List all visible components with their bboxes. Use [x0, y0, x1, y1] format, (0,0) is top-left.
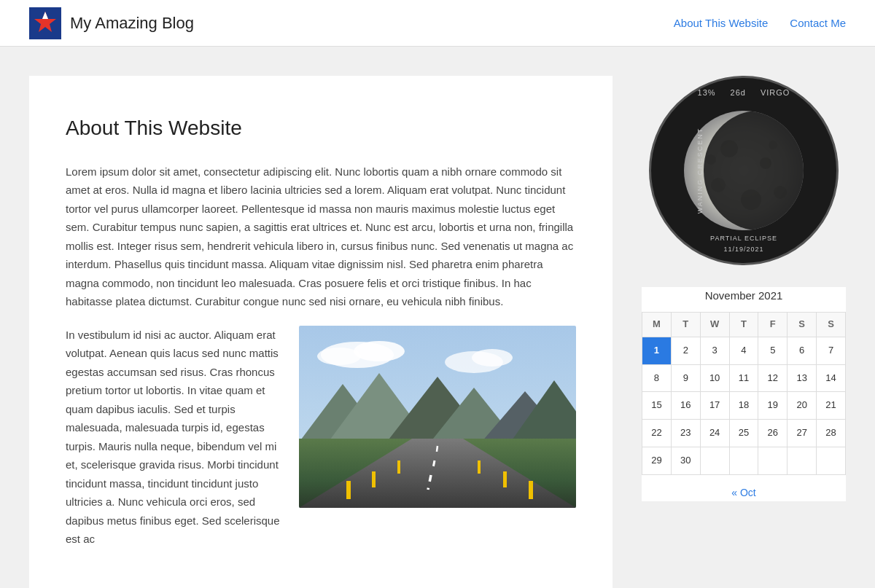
calendar-header-row: M T W T F S S [642, 313, 846, 337]
calendar-day[interactable]: 9 [671, 364, 700, 392]
calendar-day[interactable]: 24 [700, 420, 729, 447]
calendar-week-row: 15161718192021 [642, 392, 846, 420]
road-photo [299, 326, 576, 508]
calendar-day[interactable]: 17 [700, 392, 729, 420]
calendar-day [788, 447, 817, 474]
cal-header-m: M [642, 313, 672, 337]
calendar-day[interactable]: 19 [758, 392, 788, 420]
calendar-day[interactable]: 30 [671, 447, 700, 474]
cal-header-s2: S [817, 313, 846, 337]
calendar-title: November 2021 [642, 287, 846, 305]
calendar-week-row: 2930 [642, 447, 846, 474]
calendar-day[interactable]: 27 [788, 420, 817, 447]
calendar-day[interactable]: 2 [671, 337, 700, 364]
moon-widget: 13% 26d VIRGO WANING CRESCENT [649, 76, 839, 265]
calendar-day[interactable]: 6 [788, 337, 817, 364]
nav-about-link[interactable]: About This Website [674, 15, 769, 32]
calendar-day [758, 447, 788, 474]
prev-month-link[interactable]: « Oct [731, 487, 755, 498]
calendar-day[interactable]: 4 [729, 337, 758, 364]
calendar-day[interactable]: 14 [817, 364, 846, 392]
calendar-widget: November 2021 M T W T F S S 123456789101… [642, 287, 846, 501]
sidebar: 13% 26d VIRGO WANING CRESCENT [642, 76, 846, 501]
page-wrapper: About This Website Lorem ipsum dolor sit… [15, 76, 860, 588]
calendar-day [817, 447, 846, 474]
calendar-day[interactable]: 15 [642, 392, 672, 420]
svg-point-8 [472, 349, 513, 366]
calendar-day[interactable]: 21 [817, 392, 846, 420]
site-nav: About This Website Contact Me [674, 15, 846, 32]
svg-rect-24 [503, 471, 507, 487]
svg-point-5 [354, 341, 405, 361]
svg-rect-21 [372, 471, 376, 487]
nav-contact-link[interactable]: Contact Me [790, 15, 846, 32]
moon-days: 26d [731, 87, 746, 100]
calendar-nav: « Oct [642, 484, 846, 501]
site-title: My Amazing Blog [70, 10, 194, 36]
inline-text: In vestibulum id nisi ac auctor. Aliquam… [66, 326, 284, 549]
article-title: About This Website [66, 112, 576, 145]
svg-rect-25 [529, 481, 533, 499]
calendar-day [700, 447, 729, 474]
cal-header-w: W [700, 313, 729, 337]
article-paragraph-1: Lorem ipsum dolor sit amet, consectetur … [66, 162, 576, 311]
calendar-day[interactable]: 8 [642, 364, 672, 392]
site-logo-link[interactable]: My Amazing Blog [29, 7, 194, 39]
cal-header-t2: T [729, 313, 758, 337]
moon-sign: VIRGO [761, 87, 790, 100]
main-content: About This Website Lorem ipsum dolor sit… [29, 76, 612, 588]
calendar-day[interactable]: 3 [700, 337, 729, 364]
moon-event: PARTIAL ECLIPSE [710, 235, 777, 242]
calendar-day[interactable]: 18 [729, 392, 758, 420]
calendar-day[interactable]: 1 [642, 337, 672, 364]
cal-header-t1: T [671, 313, 700, 337]
calendar-body: 1234567891011121314151617181920212223242… [642, 337, 846, 474]
calendar-day[interactable]: 29 [642, 447, 672, 474]
article-body: Lorem ipsum dolor sit amet, consectetur … [66, 162, 576, 563]
moon-text-top: 13% 26d VIRGO [698, 87, 790, 100]
logo-icon [29, 7, 61, 39]
calendar-day[interactable]: 26 [758, 420, 788, 447]
moon-text-bottom: PARTIAL ECLIPSE 11/19/2021 [710, 233, 777, 254]
svg-point-6 [317, 348, 361, 365]
calendar-day[interactable]: 25 [729, 420, 758, 447]
inline-image-section: In vestibulum id nisi ac auctor. Aliquam… [66, 326, 576, 563]
calendar-week-row: 891011121314 [642, 364, 846, 392]
calendar-day[interactable]: 28 [817, 420, 846, 447]
calendar-day[interactable]: 12 [758, 364, 788, 392]
moon-circle: 13% 26d VIRGO WANING CRESCENT [649, 76, 839, 265]
calendar-week-row: 22232425262728 [642, 420, 846, 447]
svg-rect-23 [478, 460, 481, 474]
cal-header-f: F [758, 313, 788, 337]
calendar-day [729, 447, 758, 474]
moon-percent: 13% [698, 87, 716, 100]
calendar-day[interactable]: 5 [758, 337, 788, 364]
svg-rect-22 [346, 481, 351, 499]
calendar-day[interactable]: 22 [642, 420, 672, 447]
calendar-table: M T W T F S S 12345678910111213141516171… [642, 312, 846, 475]
moon-date: 11/19/2021 [723, 246, 763, 253]
calendar-week-row: 1234567 [642, 337, 846, 364]
calendar-day[interactable]: 10 [700, 364, 729, 392]
calendar-day[interactable]: 7 [817, 337, 846, 364]
svg-point-35 [704, 111, 809, 230]
moon-phase-label: WANING CRESCENT [695, 128, 705, 214]
svg-rect-20 [397, 460, 400, 474]
calendar-day[interactable]: 23 [671, 420, 700, 447]
site-header: My Amazing Blog About This Website Conta… [0, 0, 875, 47]
cal-header-s1: S [788, 313, 817, 337]
calendar-day[interactable]: 11 [729, 364, 758, 392]
calendar-day[interactable]: 13 [788, 364, 817, 392]
calendar-day[interactable]: 16 [671, 392, 700, 420]
calendar-day[interactable]: 20 [788, 392, 817, 420]
road-image-svg [299, 326, 576, 508]
